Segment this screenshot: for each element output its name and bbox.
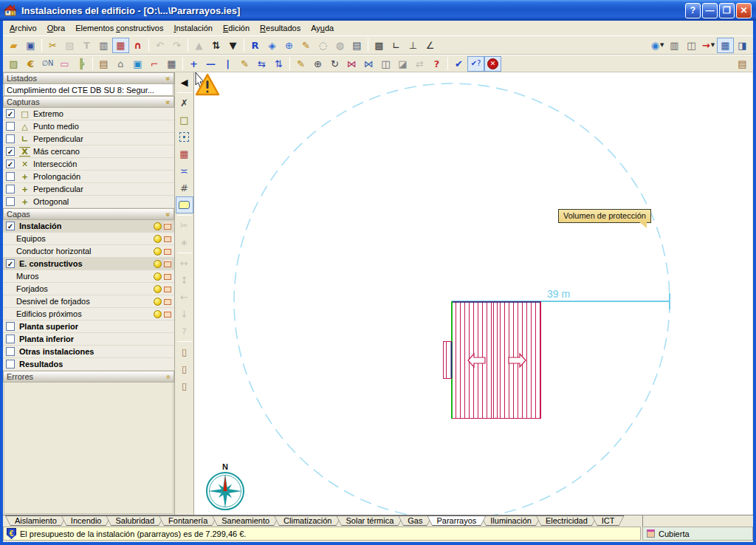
maximize-button[interactable]: ❐ bbox=[719, 3, 735, 18]
capas-header[interactable]: Capas » bbox=[3, 208, 174, 220]
text-window-button[interactable]: ▤ bbox=[348, 38, 365, 53]
furniture-button[interactable]: ⌂ bbox=[112, 56, 129, 72]
minimize-button[interactable]: — bbox=[702, 3, 718, 18]
tab-fontaneria[interactable]: Fontanería bbox=[159, 515, 217, 526]
menu-archivo[interactable]: Archivo bbox=[4, 22, 42, 34]
checkbox[interactable]: ✓ bbox=[6, 147, 15, 156]
stretch-vertical-button[interactable]: ↕ bbox=[176, 272, 193, 289]
zoom-window-button[interactable]: ✎ bbox=[298, 38, 315, 53]
copy-element-button[interactable]: ◫ bbox=[377, 56, 394, 72]
move-points-horizontal-button[interactable]: ⇆ bbox=[253, 56, 270, 72]
window-configuration-button[interactable]: ▦ bbox=[717, 38, 734, 53]
import-drawing-button[interactable]: ▥ bbox=[95, 38, 112, 53]
join-elements-button[interactable]: ∗ bbox=[176, 234, 193, 251]
print-preview-button[interactable]: ◫ bbox=[683, 38, 700, 53]
budget-button[interactable]: € bbox=[22, 56, 39, 72]
drawing-canvas[interactable]: 39 m bbox=[194, 72, 752, 515]
layer-3d-cube-icon[interactable] bbox=[164, 298, 171, 305]
configure-tools-button[interactable]: ✗ bbox=[176, 95, 193, 112]
column-tool-3-button[interactable]: ▯ bbox=[176, 377, 193, 394]
open-project-button[interactable]: ▰ bbox=[5, 38, 22, 53]
capturas-header[interactable]: Capturas » bbox=[3, 96, 174, 108]
menu-instalacion[interactable]: Instalación bbox=[168, 22, 218, 34]
menu-resultados[interactable]: Resultados bbox=[255, 22, 306, 34]
web-services-button[interactable]: ◉▼ bbox=[649, 38, 666, 53]
save-project-button[interactable]: ▣ bbox=[22, 38, 39, 53]
checkbox[interactable]: ✓ bbox=[6, 222, 15, 230]
checkbox[interactable]: ✓ bbox=[6, 160, 15, 168]
insert-point-button[interactable]: + bbox=[185, 56, 202, 72]
checkbox[interactable] bbox=[6, 197, 15, 206]
go-down-floor-button[interactable]: ▼ bbox=[224, 38, 241, 53]
layer-visibility-icon[interactable] bbox=[154, 272, 162, 281]
collapse-panel-button[interactable]: ◀ bbox=[176, 74, 193, 91]
edit-points-button[interactable]: ✎ bbox=[236, 56, 253, 72]
insert-horizontal-line-button[interactable]: — bbox=[202, 56, 219, 72]
mirror-axis-button[interactable]: ⋈ bbox=[343, 56, 360, 72]
manage-drawing-views-button[interactable]: ▦ bbox=[112, 38, 129, 53]
transfer-elements-button[interactable]: ⇄ bbox=[411, 56, 428, 72]
layer-3d-cube-icon[interactable] bbox=[164, 310, 171, 318]
coordinate-axes-button[interactable]: ∟ bbox=[388, 38, 405, 53]
errores-header[interactable]: Errores » bbox=[3, 371, 174, 383]
quick-assign-panel-button[interactable]: ▤ bbox=[734, 56, 751, 72]
split-element-button[interactable]: ✂ bbox=[176, 217, 193, 234]
edit-templates-button[interactable]: ✂ bbox=[44, 38, 61, 53]
checkbox[interactable] bbox=[6, 322, 15, 331]
edit-element-button[interactable]: ✎ bbox=[292, 56, 309, 72]
listados-report-item[interactable]: Cumplimiento del CTE DB SU 8: Segur... bbox=[4, 84, 173, 96]
layer-3d-cube-icon[interactable] bbox=[164, 285, 171, 292]
checkbox[interactable]: ✓ bbox=[6, 109, 15, 118]
checkbox[interactable]: ✓ bbox=[6, 259, 15, 268]
tab-aislamiento[interactable]: Aislamiento bbox=[5, 515, 66, 526]
checkbox[interactable] bbox=[6, 347, 15, 356]
mirror-copy-button[interactable]: ⋈ bbox=[360, 56, 377, 72]
new-window-button[interactable]: ◨ bbox=[734, 38, 751, 53]
layer-visibility-icon[interactable] bbox=[154, 310, 162, 318]
slab-edge-button[interactable]: ⌐ bbox=[146, 56, 163, 72]
move-points-vertical-button[interactable]: ⇅ bbox=[270, 56, 287, 72]
snap-magnet-button[interactable]: ∩ bbox=[129, 38, 146, 53]
layer-3d-cube-icon[interactable] bbox=[164, 222, 171, 230]
info-bubble-toggle-button[interactable] bbox=[176, 196, 193, 213]
assign-check-button[interactable]: ✔ bbox=[450, 56, 467, 72]
dimension-tool-button[interactable]: ⊥ bbox=[405, 38, 422, 53]
checkbox[interactable] bbox=[6, 335, 15, 343]
tab-pararrayos[interactable]: Pararrayos bbox=[427, 515, 486, 526]
grid-toggle-button[interactable]: # bbox=[176, 179, 193, 196]
layer-3d-cube-icon[interactable] bbox=[164, 260, 171, 267]
layer-visibility-icon[interactable] bbox=[154, 235, 162, 243]
windows-element-button[interactable]: ▣ bbox=[129, 56, 146, 72]
import-text-button[interactable]: T bbox=[78, 38, 95, 53]
layer-visibility-icon[interactable] bbox=[154, 222, 162, 230]
measure-length-button[interactable]: ∠ bbox=[422, 38, 439, 53]
edit-query-button[interactable]: ? bbox=[428, 56, 445, 72]
warning-icon[interactable] bbox=[194, 72, 221, 97]
layer-3d-cube-icon[interactable] bbox=[164, 247, 171, 255]
checkbox[interactable] bbox=[6, 122, 15, 131]
layer-visibility-icon[interactable] bbox=[154, 285, 162, 293]
zoom-extents-button[interactable]: ◈ bbox=[264, 38, 281, 53]
checkbox[interactable] bbox=[6, 185, 15, 193]
edit-plans-button[interactable]: ▨ bbox=[5, 56, 22, 72]
stretch-horizontal-button[interactable]: ↔ bbox=[176, 255, 193, 272]
insert-vertical-line-button[interactable]: | bbox=[219, 56, 236, 72]
redo-button[interactable]: ↷ bbox=[168, 38, 185, 53]
column-tool-2-button[interactable]: ▯ bbox=[176, 360, 193, 377]
snap-square-button[interactable]: □ bbox=[176, 112, 193, 128]
rotate-element-button[interactable]: ↻ bbox=[326, 56, 343, 72]
measure-reference-button[interactable]: ≍ bbox=[176, 162, 193, 179]
tab-electricidad[interactable]: Electricidad bbox=[536, 515, 597, 526]
menu-obra[interactable]: Obra bbox=[42, 22, 70, 34]
north-direction-button[interactable]: ∅N bbox=[39, 56, 56, 72]
tab-incendio[interactable]: Incendio bbox=[61, 515, 111, 526]
checkbox[interactable] bbox=[6, 360, 15, 369]
floor-selector-button[interactable]: ⇅ bbox=[207, 38, 224, 53]
layer-visibility-icon[interactable] bbox=[154, 247, 162, 256]
help-button[interactable]: ? bbox=[685, 3, 701, 18]
checkbox[interactable] bbox=[6, 172, 15, 181]
tab-solar-termica[interactable]: Solar térmica bbox=[337, 515, 404, 526]
go-up-floor-button[interactable]: ▲ bbox=[190, 38, 207, 53]
tab-climatizacion[interactable]: Climatización bbox=[274, 515, 341, 526]
checkbox[interactable] bbox=[6, 134, 15, 143]
